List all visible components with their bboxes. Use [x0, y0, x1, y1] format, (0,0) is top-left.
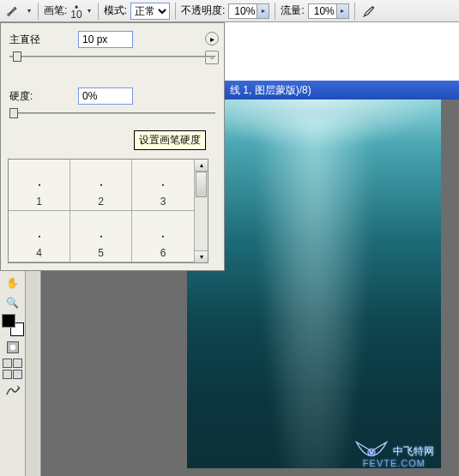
brush-tool-icon[interactable] [3, 3, 22, 20]
hardness-input[interactable] [78, 87, 133, 105]
divider [275, 3, 275, 20]
panel-dock[interactable] [26, 271, 41, 476]
preset-number: 1 [9, 196, 69, 208]
flow-input[interactable] [309, 4, 336, 18]
divider [38, 3, 39, 20]
flow-field[interactable]: ▸ [308, 3, 349, 19]
mode-select[interactable]: 正常 [130, 3, 170, 20]
preset-number: 3 [132, 196, 194, 208]
watermark: V 中飞特网 FEVTE.COM [353, 439, 434, 463]
watermark-text: 中飞特网 [393, 444, 434, 459]
zoom-tool-icon[interactable]: 🔍 [3, 294, 23, 311]
brush-preset[interactable]: 5 [70, 211, 132, 262]
preset-number: 6 [132, 247, 194, 259]
brush-preset[interactable]: 3 [132, 160, 194, 211]
screen-mode-icons[interactable] [3, 359, 22, 379]
diameter-slider[interactable] [9, 51, 215, 63]
diameter-input[interactable] [78, 31, 133, 48]
foreground-color-swatch[interactable] [2, 314, 15, 328]
hardness-tooltip: 设置画笔硬度 [134, 130, 206, 150]
slider-thumb[interactable] [9, 108, 18, 118]
tool-preset-dropdown[interactable]: ▾ [26, 7, 33, 15]
brush-dropdown[interactable]: ▾ [86, 7, 93, 15]
brush-preview[interactable]: • 10 [70, 4, 82, 18]
preset-number: 4 [9, 247, 69, 259]
hand-tool-icon[interactable]: ✋ [3, 274, 23, 292]
opacity-dropdown-icon[interactable]: ▸ [257, 4, 269, 18]
hardness-label: 硬度: [9, 89, 78, 104]
scroll-thumb[interactable] [196, 172, 207, 197]
document-title-text: 线 1, 图层蒙版)/8) [230, 83, 311, 98]
scroll-up-icon[interactable]: ▴ [195, 160, 208, 172]
slider-thumb[interactable] [13, 51, 21, 62]
opacity-field[interactable]: ▸ [228, 3, 269, 19]
brush-preset[interactable]: 6 [132, 211, 194, 262]
brush-preset[interactable]: 2 [70, 160, 132, 211]
flow-label: 流量: [281, 3, 304, 18]
scroll-down-icon[interactable]: ▾ [195, 250, 208, 262]
watermark-sub: FEVTE.COM [363, 458, 426, 468]
quickmask-icon[interactable] [3, 339, 23, 356]
options-bar: ▾ 画笔: • 10 ▾ 模式: 正常 不透明度: ▸ 流量: ▸ [0, 0, 459, 22]
preset-scrollbar[interactable]: ▴ ▾ [194, 160, 208, 262]
panel-menu-icon[interactable]: ▸ [205, 32, 219, 45]
color-swatches[interactable] [2, 314, 24, 336]
divider [98, 3, 99, 20]
opacity-input[interactable] [229, 4, 257, 18]
hardness-slider[interactable] [9, 107, 215, 119]
flow-dropdown-icon[interactable]: ▸ [336, 4, 348, 18]
canvas[interactable]: V 中飞特网 FEVTE.COM [187, 99, 441, 468]
brush-preset[interactable]: 4 [9, 211, 70, 262]
canvas-content [254, 117, 374, 468]
brush-presets-grid: 123456 ▴ ▾ [8, 159, 208, 263]
mode-label: 模式: [104, 3, 127, 18]
diameter-label: 主直径 [9, 33, 78, 47]
divider [175, 3, 176, 20]
toolbox: ✋ 🔍 [0, 271, 26, 476]
jump-to-icon[interactable] [3, 382, 23, 399]
brush-size-value: 10 [70, 11, 82, 18]
document-title-bar[interactable]: 线 1, 图层蒙版)/8) [225, 81, 459, 99]
brush-label: 画笔: [44, 3, 67, 18]
opacity-label: 不透明度: [181, 3, 225, 18]
divider [354, 3, 355, 20]
svg-text:V: V [369, 448, 374, 456]
preset-number: 5 [70, 247, 131, 259]
brush-preset[interactable]: 1 [9, 160, 70, 211]
airbrush-icon[interactable] [360, 3, 379, 20]
preset-number: 2 [70, 196, 131, 208]
svg-point-0 [372, 6, 374, 8]
